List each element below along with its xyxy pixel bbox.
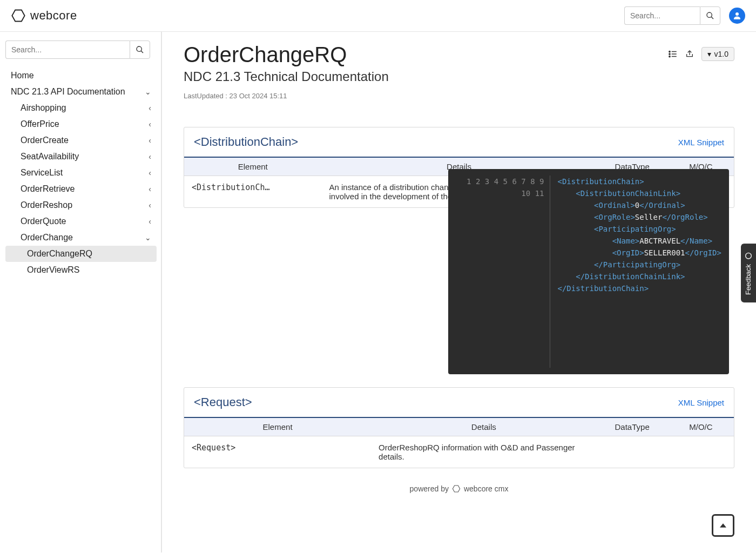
chevron-left-icon: ‹ [148,201,151,210]
cell-details: OrderReshopRQ information with O&D and P… [371,436,596,468]
top-search-input[interactable] [624,6,700,25]
chat-icon [744,251,753,260]
th-datatype: DataType [596,418,667,436]
side-search [5,41,157,59]
section-title: <Request> [194,395,252,409]
hexagon-logo-icon [11,8,26,23]
nav-home[interactable]: Home [5,68,157,84]
nav-label: OrderQuote [21,217,66,226]
xml-snippet-link[interactable]: XML Snippet [678,398,724,407]
footer-prefix: powered by [410,484,449,493]
table-row: <Request> OrderReshopRQ information with… [184,436,734,468]
caret-down-icon: ▾ [707,50,711,58]
page-subtitle: NDC 21.3 Technical Documentation [184,69,389,84]
chevron-left-icon: ‹ [148,185,151,193]
nav-orderchange[interactable]: OrderChange⌄ [5,230,157,246]
svg-marker-12 [453,485,460,492]
search-icon [706,11,714,20]
nav-label: OrderRetrieve [21,184,75,194]
share-icon [685,50,694,58]
chevron-left-icon: ‹ [148,104,151,112]
feedback-tab[interactable]: Feedback [741,244,756,302]
cell-element: <Request> [184,436,371,468]
search-icon [136,45,144,54]
nav-orderquote[interactable]: OrderQuote‹ [5,213,157,230]
nav-airshopping[interactable]: Airshopping‹ [5,100,157,116]
side-search-button[interactable] [130,41,150,59]
svg-marker-14 [720,523,726,528]
cell-moc [668,436,734,468]
nav-orderreshop[interactable]: OrderReshop‹ [5,197,157,213]
section-head: <Request> XML Snippet [184,388,734,418]
section-head: <DistributionChain> XML Snippet [184,127,734,158]
chevron-left-icon: ‹ [148,168,151,177]
nav-orderchangerq[interactable]: OrderChangeRQ [5,246,157,262]
nav-label: OfferPrice [21,119,59,129]
page-title: OrderChangeRQ [184,43,389,67]
nav-label: OrderReshop [21,200,72,210]
svg-point-3 [735,12,739,16]
nav-label: ServiceList [21,168,63,178]
th-moc: M/O/C [668,418,734,436]
top-search-button[interactable] [700,6,720,25]
nav-label: OrderChangeRQ [27,249,92,259]
feedback-label: Feedback [745,264,753,295]
scroll-top-button[interactable] [712,514,734,537]
svg-marker-0 [12,10,24,22]
side-search-input[interactable] [5,41,130,59]
page-meta: LastUpdated : 23 Oct 2024 15:11 [184,92,389,100]
footer: powered by webcore cmx [184,484,734,493]
hexagon-logo-icon [452,484,461,493]
nav-servicelist[interactable]: ServiceList‹ [5,165,157,181]
nav-seatavailability[interactable]: SeatAvailability‹ [5,149,157,165]
user-avatar[interactable] [729,8,745,24]
brand-name: webcore [30,9,77,23]
share-button[interactable] [685,50,694,58]
cell-element: <DistributionCh… [184,176,322,208]
version-select[interactable]: ▾ v1.0 [701,47,734,61]
toc-button[interactable] [668,49,678,59]
page-header: OrderChangeRQ NDC 21.3 Technical Documen… [184,43,734,100]
nav-orderretrieve[interactable]: OrderRetrieve‹ [5,181,157,197]
user-icon [732,11,742,21]
header-tools: ▾ v1.0 [668,47,734,61]
arrow-up-icon [718,521,728,530]
cell-datatype [596,436,667,468]
version-label: v1.0 [714,50,728,58]
code-content[interactable]: <DistributionChain> <DistributionChainLi… [550,176,730,368]
chevron-left-icon: ‹ [148,136,151,145]
nav-root[interactable]: NDC 21.3 API Documentation ⌄ [5,84,157,100]
th-element: Element [184,418,371,436]
nav-label: OrderViewRS [27,265,80,275]
chevron-down-icon: ⌄ [145,87,151,96]
chevron-left-icon: ‹ [148,120,151,129]
svg-line-5 [141,51,143,53]
nav-label: Home [11,71,34,80]
nav-ordercreate[interactable]: OrderCreate‹ [5,132,157,149]
chevron-left-icon: ‹ [148,152,151,161]
nav-label: OrderChange [21,233,73,242]
nav-label: SeatAvailability [21,152,79,161]
code-block: 1 2 3 4 5 6 7 8 9 10 11 <DistributionCha… [448,169,729,374]
list-icon [668,49,678,59]
nav: Home NDC 21.3 API Documentation ⌄ Airsho… [5,68,157,278]
doc-table: Element Details DataType M/O/C <Request>… [184,418,734,468]
section-request: <Request> XML Snippet Element Details Da… [184,387,734,468]
nav-label: Airshopping [21,103,66,113]
th-details: Details [371,418,596,436]
nav-orderviewrs[interactable]: OrderViewRS [5,262,157,278]
th-element: Element [184,158,322,176]
nav-label: NDC 21.3 API Documentation [11,87,125,97]
nav-offerprice[interactable]: OfferPrice‹ [5,116,157,132]
topbar-right [624,6,745,25]
svg-point-8 [669,53,670,55]
top-search [624,6,720,25]
svg-point-1 [707,12,712,17]
svg-point-4 [137,46,141,51]
chevron-down-icon: ⌄ [145,233,151,242]
code-gutter: 1 2 3 4 5 6 7 8 9 10 11 [448,176,550,368]
svg-point-10 [669,56,670,57]
nav-label: OrderCreate [21,136,69,145]
svg-point-6 [669,51,670,52]
xml-snippet-link[interactable]: XML Snippet [678,138,724,147]
